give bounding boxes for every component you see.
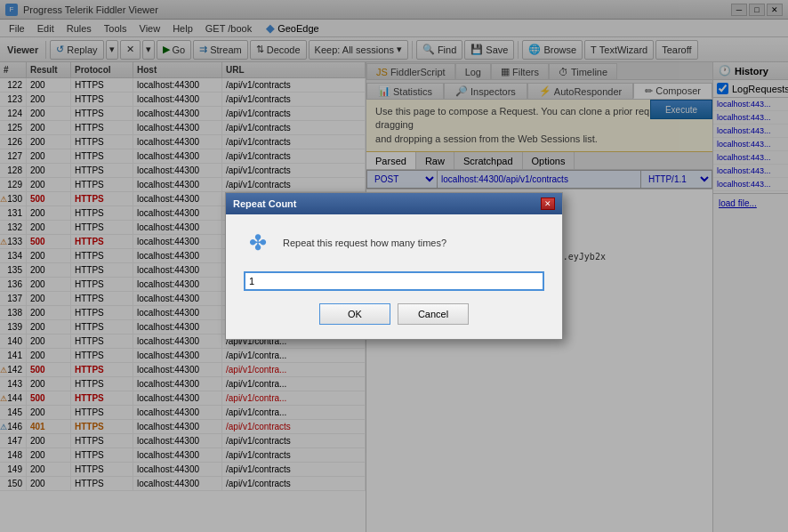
dialog-buttons: OK Cancel xyxy=(244,303,544,325)
dialog-count-input[interactable] xyxy=(244,271,544,291)
dialog-icon: ✤ xyxy=(244,229,272,257)
dialog-message: Repeat this request how many times? xyxy=(283,238,446,248)
dialog-cancel-button[interactable]: Cancel xyxy=(398,303,469,325)
dialog-ok-button[interactable]: OK xyxy=(319,303,390,325)
dialog-title: Repeat Count xyxy=(233,198,297,209)
dialog-body: ✤ Repeat this request how many times? OK… xyxy=(226,214,562,339)
dialog-gear-icon: ✤ xyxy=(249,230,267,255)
dialog-overlay: Repeat Count ✕ ✤ Repeat this request how… xyxy=(0,0,788,532)
dialog-message-row: ✤ Repeat this request how many times? xyxy=(244,229,544,257)
repeat-count-dialog: Repeat Count ✕ ✤ Repeat this request how… xyxy=(225,192,563,340)
dialog-close-button[interactable]: ✕ xyxy=(541,197,555,210)
dialog-title-bar: Repeat Count ✕ xyxy=(226,193,562,214)
